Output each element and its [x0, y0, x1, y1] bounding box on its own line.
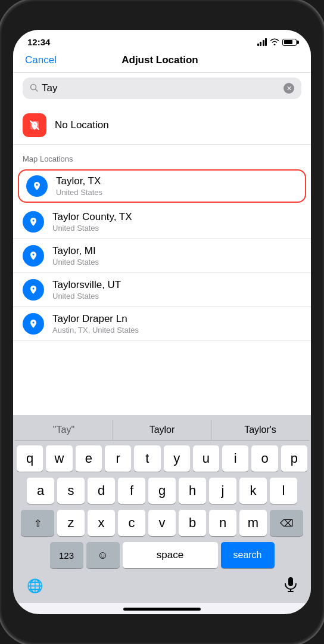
key-row-4: 123 ☺ space search — [15, 542, 309, 568]
key-i[interactable]: i — [222, 445, 248, 472]
location-name-3: Taylorsville, UT — [52, 279, 301, 291]
globe-icon[interactable]: 🌐 — [27, 578, 43, 594]
autocomplete-taylors-label: Taylor's — [244, 425, 276, 435]
phone-screen: 12:34 — [13, 30, 311, 614]
section-header: Map Locations — [13, 145, 311, 167]
key-u[interactable]: u — [193, 445, 219, 472]
status-bar: 12:34 — [13, 30, 311, 49]
key-x[interactable]: x — [88, 510, 115, 536]
location-text-0: Taylor, TX United States — [56, 175, 298, 197]
emoji-key[interactable]: ☺ — [86, 542, 120, 568]
key-k[interactable]: k — [239, 478, 267, 504]
search-key[interactable]: search — [221, 542, 275, 568]
home-indicator — [123, 608, 201, 611]
location-pin-icon-0 — [26, 175, 48, 197]
key-w[interactable]: w — [46, 445, 72, 472]
location-text-3: Taylorsville, UT United States — [52, 279, 301, 301]
location-item-taylorsville-ut[interactable]: Taylorsville, UT United States — [13, 273, 311, 307]
autocomplete-tay[interactable]: "Tay" — [15, 420, 113, 440]
location-text-2: Taylor, MI United States — [52, 245, 301, 267]
location-item-taylor-tx[interactable]: Taylor, TX United States — [18, 169, 306, 203]
signal-bar-4 — [265, 38, 267, 46]
key-d[interactable]: d — [88, 478, 115, 504]
key-m[interactable]: m — [239, 510, 267, 536]
search-bar[interactable]: Tay ✕ — [23, 78, 301, 99]
location-pin-icon-2 — [23, 245, 44, 267]
location-pin-icon-1 — [23, 211, 44, 233]
location-name-0: Taylor, TX — [56, 175, 298, 187]
keyboard: "Tay" Taylor Taylor's q w e r t y u i o … — [13, 415, 311, 603]
no-location-icon — [23, 113, 46, 137]
location-name-4: Taylor Draper Ln — [52, 313, 301, 325]
battery-icon — [282, 39, 297, 46]
status-time: 12:34 — [27, 37, 50, 47]
search-clear-button[interactable]: ✕ — [284, 83, 294, 94]
location-item-taylor-draper-ln[interactable]: Taylor Draper Ln Austin, TX, United Stat… — [13, 307, 311, 341]
autocomplete-taylor[interactable]: Taylor — [113, 420, 211, 440]
key-s[interactable]: s — [57, 478, 85, 504]
battery-fill — [284, 40, 292, 44]
status-icons — [257, 38, 297, 47]
shift-key[interactable]: ⇧ — [21, 510, 54, 536]
content-area: No Location Map Locations Taylor, TX Uni… — [13, 106, 311, 415]
cancel-button[interactable]: Cancel — [25, 54, 57, 66]
svg-line-1 — [36, 89, 38, 91]
no-location-label: No Location — [55, 119, 109, 131]
nav-title: Adjust Location — [122, 54, 198, 66]
signal-bar-1 — [257, 44, 259, 46]
search-input[interactable]: Tay — [42, 82, 280, 94]
key-l[interactable]: l — [270, 478, 297, 504]
key-p[interactable]: p — [281, 445, 307, 472]
search-icon — [30, 83, 38, 94]
location-sub-1: United States — [52, 224, 301, 233]
delete-key[interactable]: ⌫ — [270, 510, 303, 536]
signal-bar-3 — [263, 40, 264, 46]
key-row-1: q w e r t y u i o p — [15, 445, 309, 472]
location-text-4: Taylor Draper Ln Austin, TX, United Stat… — [52, 313, 301, 335]
key-v[interactable]: v — [148, 510, 176, 536]
location-pin-icon-4 — [23, 313, 44, 335]
key-q[interactable]: q — [17, 445, 43, 472]
signal-bars-icon — [257, 39, 267, 46]
space-key[interactable]: space — [123, 542, 218, 568]
key-a[interactable]: a — [27, 478, 54, 504]
microphone-icon[interactable] — [284, 577, 297, 596]
autocomplete-tay-label: "Tay" — [53, 425, 74, 435]
key-y[interactable]: y — [164, 445, 190, 472]
location-name-1: Taylor County, TX — [52, 211, 301, 223]
key-t[interactable]: t — [134, 445, 160, 472]
key-f[interactable]: f — [118, 478, 145, 504]
location-sub-3: United States — [52, 292, 301, 301]
key-g[interactable]: g — [148, 478, 176, 504]
autocomplete-row: "Tay" Taylor Taylor's — [15, 420, 309, 441]
key-z[interactable]: z — [57, 510, 85, 536]
key-r[interactable]: r — [105, 445, 131, 472]
nav-bar: Cancel Adjust Location — [13, 49, 311, 73]
bottom-bar: 🌐 — [15, 574, 309, 600]
svg-rect-4 — [288, 577, 293, 586]
key-n[interactable]: n — [209, 510, 236, 536]
numbers-key[interactable]: 123 — [50, 542, 83, 568]
location-sub-0: United States — [56, 188, 298, 197]
key-b[interactable]: b — [179, 510, 206, 536]
key-o[interactable]: o — [251, 445, 278, 472]
key-h[interactable]: h — [179, 478, 206, 504]
autocomplete-taylor-label: Taylor — [149, 425, 175, 435]
key-j[interactable]: j — [209, 478, 236, 504]
signal-bar-2 — [260, 42, 261, 46]
key-row-3: ⇧ z x c v b n m ⌫ — [15, 510, 309, 536]
location-item-taylor-county-tx[interactable]: Taylor County, TX United States — [13, 205, 311, 239]
key-c[interactable]: c — [118, 510, 145, 536]
key-e[interactable]: e — [76, 445, 102, 472]
no-location-row[interactable]: No Location — [13, 106, 311, 145]
location-item-taylor-mi[interactable]: Taylor, MI United States — [13, 239, 311, 273]
key-row-2: a s d f g h j k l — [15, 478, 309, 504]
autocomplete-taylors[interactable]: Taylor's — [211, 420, 309, 440]
phone-frame: 12:34 — [0, 0, 324, 644]
location-sub-4: Austin, TX, United States — [52, 326, 301, 335]
location-text-1: Taylor County, TX United States — [52, 211, 301, 233]
search-container: Tay ✕ — [13, 73, 311, 106]
location-sub-2: United States — [52, 258, 301, 267]
location-pin-icon-3 — [23, 279, 44, 301]
location-name-2: Taylor, MI — [52, 245, 301, 257]
